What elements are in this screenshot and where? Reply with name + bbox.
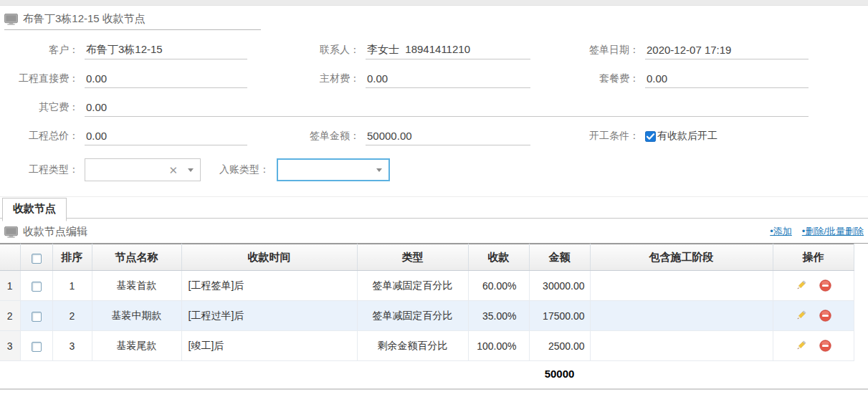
table-footer: 50000 xyxy=(0,361,854,388)
checkbox-cell xyxy=(20,271,52,301)
page-title: 布鲁丁3栋12-15 收款节点 xyxy=(23,12,146,26)
account-type-label: 入账类型： xyxy=(201,163,270,176)
customer-label: 客户： xyxy=(0,44,79,57)
bottom-divider xyxy=(0,388,868,390)
percent-cell: 60.00% xyxy=(468,271,529,301)
row-checkbox[interactable] xyxy=(32,342,42,352)
form-row-2: 工程直接费： 主材费： 套餐费： xyxy=(0,64,868,93)
amount-cell: 30000.00 xyxy=(529,271,590,301)
sign-date-input[interactable] xyxy=(645,41,809,59)
project-type-select[interactable]: ✕ xyxy=(85,158,201,181)
form-row-1: 客户： 联系人： 签单日期： xyxy=(0,36,868,64)
section-header: 收款节点编辑 •添加 •删除/批量删除 xyxy=(0,219,868,244)
table-header-row: 排序 节点名称 收款时间 类型 收款 金额 包含施工阶段 操作 xyxy=(0,244,854,271)
edit-icon[interactable] xyxy=(795,310,807,322)
time-cell: [工程过半]后 xyxy=(181,301,357,331)
table-row: 2 2 基装中期款 [工程过半]后 签单减固定百分比 35.00% 17500.… xyxy=(0,301,854,331)
type-cell: 签单减固定百分比 xyxy=(357,301,468,331)
form-row-3: 其它费： xyxy=(0,93,868,122)
time-cell: [工程签单]后 xyxy=(181,271,357,301)
row-number-cell: 1 xyxy=(0,271,20,301)
time-header: 收款时间 xyxy=(181,244,357,271)
clear-icon[interactable]: ✕ xyxy=(168,165,178,176)
stage-cell xyxy=(590,271,773,301)
actions-cell xyxy=(773,331,854,361)
actions-cell xyxy=(773,271,854,301)
percent-header: 收款 xyxy=(468,244,529,271)
account-type-select[interactable] xyxy=(277,158,390,181)
table-row: 3 3 基装尾款 [竣工]后 剩余金额百分比 100.00% 2500.00 xyxy=(0,331,854,361)
stage-cell xyxy=(590,331,773,361)
type-cell: 签单减固定百分比 xyxy=(357,271,468,301)
sign-amount-label: 签单金额： xyxy=(247,130,360,143)
other-fee-label: 其它费： xyxy=(0,101,79,114)
sign-amount-input[interactable] xyxy=(366,127,530,145)
name-cell: 基装尾款 xyxy=(92,331,181,361)
form-row-5: 工程类型： ✕ 入账类型： xyxy=(0,155,868,184)
monitor-icon xyxy=(4,226,18,238)
material-fee-label: 主材费： xyxy=(247,72,360,85)
stage-cell xyxy=(590,301,773,331)
select-all-header xyxy=(20,244,52,271)
edit-icon[interactable] xyxy=(795,279,807,292)
top-bar xyxy=(0,0,868,6)
select-all-checkbox[interactable] xyxy=(32,254,42,264)
add-link[interactable]: •添加 xyxy=(770,225,792,238)
order-cell: 1 xyxy=(52,271,92,301)
remove-icon[interactable] xyxy=(819,340,831,352)
start-condition-option: 有收款后开工 xyxy=(657,130,717,143)
contact-input[interactable] xyxy=(366,41,530,59)
section-links: •添加 •删除/批量删除 xyxy=(770,225,864,239)
remove-icon[interactable] xyxy=(819,279,831,292)
row-number-cell: 3 xyxy=(0,331,20,361)
payment-node-form: 客户： 联系人： 签单日期： 工程直接费： 主材费： 套餐费： 其它费： 工程总… xyxy=(0,30,868,184)
row-checkbox[interactable] xyxy=(32,312,42,322)
row-checkbox[interactable] xyxy=(32,282,42,292)
percent-cell: 35.00% xyxy=(468,301,529,331)
panel-title-bar: 布鲁丁3栋12-15 收款节点 xyxy=(4,12,261,30)
amount-cell: 2500.00 xyxy=(529,331,590,361)
tab-bar: 收款节点 xyxy=(0,196,868,219)
row-number-header xyxy=(0,244,20,271)
row-number-cell: 2 xyxy=(0,301,20,331)
name-cell: 基装首款 xyxy=(92,271,181,301)
amount-header: 金额 xyxy=(529,244,590,271)
payment-nodes-table: 排序 节点名称 收款时间 类型 收款 金额 包含施工阶段 操作 1 1 基装首款… xyxy=(0,244,854,361)
amount-cell: 17500.00 xyxy=(529,301,590,331)
tab-label: 收款节点 xyxy=(13,202,56,214)
percent-cell: 100.00% xyxy=(468,331,529,361)
order-cell: 2 xyxy=(52,301,92,331)
type-cell: 剩余金额百分比 xyxy=(357,331,468,361)
direct-fee-input[interactable] xyxy=(85,70,247,88)
remove-icon[interactable] xyxy=(819,310,831,322)
table-row: 1 1 基装首款 [工程签单]后 签单减固定百分比 60.00% 30000.0… xyxy=(0,271,854,301)
customer-input[interactable] xyxy=(85,41,247,59)
start-condition-group: 有收款后开工 xyxy=(645,130,717,143)
monitor-icon xyxy=(4,14,18,25)
total-price-label: 工程总价： xyxy=(0,130,79,143)
delete-link[interactable]: •删除/批量删除 xyxy=(802,225,864,238)
tab-payment-nodes[interactable]: 收款节点 xyxy=(2,198,67,221)
name-header: 节点名称 xyxy=(92,244,181,271)
sign-date-label: 签单日期： xyxy=(530,44,639,57)
start-condition-label: 开工条件： xyxy=(530,130,639,143)
edit-icon[interactable] xyxy=(795,340,807,352)
contact-label: 联系人： xyxy=(247,44,360,57)
chevron-down-icon[interactable] xyxy=(188,168,194,172)
material-fee-input[interactable] xyxy=(366,70,530,88)
actions-cell xyxy=(773,301,854,331)
type-header: 类型 xyxy=(357,244,468,271)
direct-fee-label: 工程直接费： xyxy=(0,72,79,85)
project-type-label: 工程类型： xyxy=(0,163,79,176)
total-amount: 50000 xyxy=(529,368,590,380)
section-title-group: 收款节点编辑 xyxy=(4,225,87,239)
package-fee-input[interactable] xyxy=(645,70,809,88)
form-row-4: 工程总价： 签单金额： 开工条件： 有收款后开工 xyxy=(0,122,868,150)
action-header: 操作 xyxy=(773,244,854,271)
start-condition-checkbox[interactable] xyxy=(645,131,656,142)
chevron-down-icon[interactable] xyxy=(376,168,382,172)
package-fee-label: 套餐费： xyxy=(530,72,639,85)
name-cell: 基装中期款 xyxy=(92,301,181,331)
other-fee-input[interactable] xyxy=(85,98,809,117)
total-price-input[interactable] xyxy=(85,127,247,145)
